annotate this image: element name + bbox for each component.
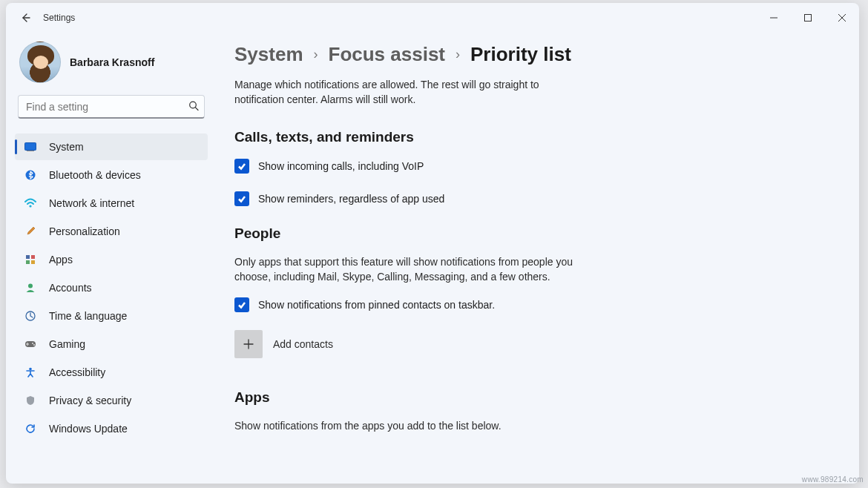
checkbox-checked-icon: [234, 159, 249, 174]
sidebar-item-update[interactable]: Windows Update: [15, 415, 208, 442]
sidebar-item-label: Accounts: [49, 282, 92, 294]
search-input[interactable]: [18, 95, 205, 119]
maximize-icon: [803, 13, 812, 22]
sidebar-item-bluetooth[interactable]: Bluetooth & devices: [15, 162, 208, 188]
sidebar-item-label: Accessibility: [49, 366, 105, 378]
close-button[interactable]: [825, 3, 859, 33]
arrow-left-icon: [19, 12, 31, 24]
svg-rect-8: [26, 260, 30, 264]
sidebar-item-privacy[interactable]: Privacy & security: [15, 387, 208, 414]
avatar: [19, 42, 61, 83]
search-icon: [188, 101, 199, 113]
settings-window: Settings Barbara Krasnoff: [6, 3, 859, 484]
section-title-calls: Calls, texts, and reminders: [234, 129, 829, 145]
sidebar-item-label: Personalization: [49, 225, 120, 237]
minimize-icon: [769, 13, 778, 22]
option-show-reminders[interactable]: Show reminders, regardless of app used: [234, 191, 829, 206]
sidebar-item-apps[interactable]: Apps: [15, 246, 208, 273]
section-title-apps: Apps: [234, 389, 829, 406]
option-show-incoming-calls[interactable]: Show incoming calls, including VoIP: [234, 159, 829, 174]
svg-rect-9: [31, 260, 35, 264]
add-contacts-label: Add contacts: [273, 338, 333, 350]
sidebar-item-personalization[interactable]: Personalization: [15, 218, 208, 245]
apps-icon: [24, 254, 37, 265]
breadcrumb-current: Priority list: [470, 43, 571, 66]
breadcrumb-link-system[interactable]: System: [234, 43, 303, 66]
option-label: Show reminders, regardless of app used: [258, 193, 444, 205]
user-row[interactable]: Barbara Krasnoff: [15, 36, 208, 93]
svg-rect-3: [27, 151, 34, 151]
svg-rect-7: [31, 255, 35, 259]
plus-icon: [234, 330, 263, 358]
sidebar-item-label: Privacy & security: [49, 395, 131, 406]
checkbox-checked-icon: [234, 191, 249, 206]
sidebar-item-accounts[interactable]: Accounts: [15, 274, 208, 301]
titlebar: Settings: [6, 3, 859, 33]
accessibility-icon: [24, 367, 37, 377]
option-pinned-contacts[interactable]: Show notifications from pinned contacts …: [234, 297, 829, 312]
svg-point-14: [33, 344, 35, 346]
system-icon: [24, 142, 37, 151]
add-contacts-button[interactable]: Add contacts: [234, 330, 829, 358]
bluetooth-icon: [24, 170, 37, 180]
shield-icon: [24, 395, 37, 406]
main-content: System › Focus assist › Priority list Ma…: [214, 33, 859, 484]
checkbox-checked-icon: [234, 297, 249, 312]
option-label: Show notifications from pinned contacts …: [258, 299, 495, 311]
breadcrumb-link-focus-assist[interactable]: Focus assist: [329, 43, 446, 66]
svg-rect-6: [26, 255, 30, 259]
sidebar-item-system[interactable]: System: [15, 133, 208, 160]
watermark-text: www.989214.com: [802, 475, 864, 484]
section-desc-people: Only apps that support this feature will…: [234, 255, 576, 284]
option-label: Show incoming calls, including VoIP: [258, 160, 424, 172]
gamepad-icon: [24, 340, 37, 349]
sidebar: Barbara Krasnoff System: [6, 33, 214, 484]
nav-list: System Bluetooth & devices Network & int…: [15, 133, 208, 442]
svg-point-5: [29, 205, 31, 207]
sidebar-item-time[interactable]: Time & language: [15, 303, 208, 329]
sidebar-item-label: Network & internet: [49, 197, 134, 209]
sidebar-item-label: System: [49, 141, 84, 153]
paintbrush-icon: [24, 226, 37, 237]
sidebar-item-label: Apps: [49, 254, 73, 266]
maximize-button[interactable]: [791, 3, 825, 33]
sidebar-item-gaming[interactable]: Gaming: [15, 331, 208, 357]
sidebar-item-label: Gaming: [49, 338, 85, 350]
person-icon: [24, 283, 37, 293]
section-desc-apps: Show notifications from the apps you add…: [234, 419, 576, 434]
sidebar-item-label: Windows Update: [49, 423, 128, 435]
chevron-right-icon: ›: [314, 47, 318, 62]
close-icon: [838, 13, 846, 22]
sidebar-item-label: Bluetooth & devices: [49, 169, 141, 181]
svg-point-10: [28, 284, 33, 288]
user-name: Barbara Krasnoff: [70, 56, 154, 68]
svg-point-15: [29, 368, 32, 371]
sidebar-item-network[interactable]: Network & internet: [15, 190, 208, 217]
search-field-wrap: [18, 95, 205, 119]
back-button[interactable]: [10, 3, 40, 33]
minimize-button[interactable]: [757, 3, 791, 33]
page-description: Manage which notifications are allowed. …: [234, 78, 576, 107]
update-icon: [24, 423, 37, 434]
wifi-icon: [24, 198, 37, 208]
window-title: Settings: [40, 13, 75, 23]
section-title-people: People: [234, 225, 829, 242]
svg-point-13: [32, 343, 33, 344]
breadcrumb: System › Focus assist › Priority list: [234, 43, 829, 66]
globe-clock-icon: [24, 311, 37, 321]
sidebar-item-accessibility[interactable]: Accessibility: [15, 359, 208, 386]
sidebar-item-label: Time & language: [49, 310, 127, 322]
chevron-right-icon: ›: [456, 47, 460, 62]
svg-rect-2: [25, 143, 36, 151]
svg-rect-0: [805, 15, 812, 22]
